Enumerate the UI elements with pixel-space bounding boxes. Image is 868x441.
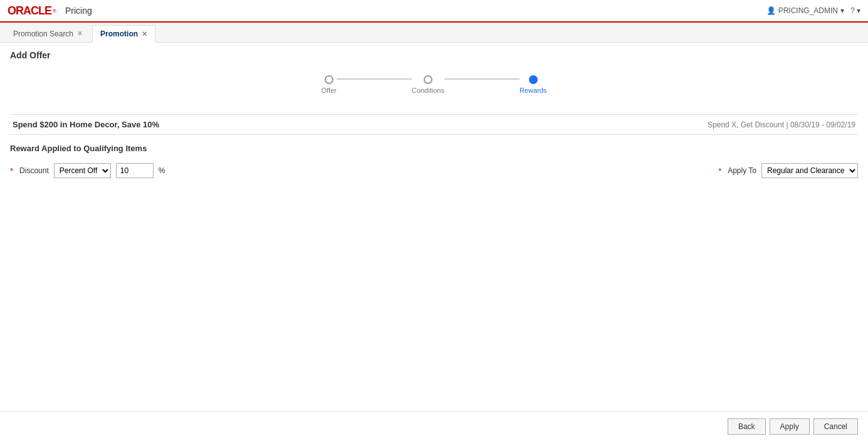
- step-conditions-circle: [424, 75, 432, 84]
- user-icon: 👤: [766, 6, 776, 15]
- step-rewards-wrapper: Rewards: [520, 75, 546, 94]
- oracle-trademark: ®: [53, 8, 56, 14]
- header-right: 👤 PRICING_ADMIN ▾ ? ▾: [766, 6, 860, 15]
- user-dropdown-icon: ▾: [840, 6, 844, 15]
- tab-promotion-close[interactable]: ✕: [142, 31, 147, 38]
- apply-to-required-star: *: [718, 166, 721, 176]
- apply-to-label: Apply To: [728, 166, 756, 175]
- section-title: Reward Applied to Qualifying Items: [10, 141, 858, 156]
- step-conditions-label: Conditions: [412, 87, 444, 94]
- page-content: Add Offer Offer Conditions Rewards Spend…: [0, 43, 868, 193]
- step-line-1: [337, 78, 412, 80]
- discount-form-row: * Discount Percent Off Amount Off Fixed …: [10, 163, 858, 178]
- discount-type-select[interactable]: Percent Off Amount Off Fixed Price: [54, 163, 111, 178]
- discount-amount-input[interactable]: [116, 163, 154, 178]
- offer-name: Spend $200 in Home Decor, Save 10%: [13, 120, 159, 129]
- user-menu[interactable]: 👤 PRICING_ADMIN ▾: [766, 6, 844, 15]
- step-conditions-wrapper: Conditions: [412, 75, 444, 94]
- step-rewards-circle: [529, 75, 538, 84]
- app-header: ORACLE® Pricing 👤 PRICING_ADMIN ▾ ? ▾: [0, 0, 868, 23]
- offer-summary: Spend $200 in Home Decor, Save 10% Spend…: [10, 114, 858, 135]
- page-title: Add Offer: [10, 50, 858, 60]
- apply-to-select[interactable]: Regular and Clearance Regular Only Clear…: [761, 163, 858, 178]
- discount-required-star: *: [10, 166, 13, 176]
- stepper: Offer Conditions Rewards: [10, 70, 858, 99]
- step-offer-label: Offer: [322, 87, 337, 94]
- step-offer-circle: [325, 75, 333, 84]
- tab-promotion[interactable]: Promotion ✕: [92, 25, 155, 43]
- oracle-wordmark: ORACLE: [8, 4, 51, 18]
- header-left: ORACLE® Pricing: [8, 4, 92, 18]
- step-line-2: [444, 78, 520, 80]
- tab-promotion-search[interactable]: Promotion Search ✕: [5, 24, 91, 42]
- tab-promotion-search-label: Promotion Search: [13, 29, 73, 38]
- discount-unit: %: [159, 166, 165, 175]
- tab-promotion-label: Promotion: [100, 29, 138, 38]
- step-offer-wrapper: Offer: [322, 75, 337, 94]
- question-icon: ?: [850, 6, 855, 15]
- help-dropdown-icon: ▾: [857, 6, 860, 15]
- offer-meta: Spend X, Get Discount | 08/30/19 - 09/02…: [708, 120, 855, 129]
- help-button[interactable]: ? ▾: [850, 6, 860, 15]
- step-rewards-label: Rewards: [520, 87, 546, 94]
- discount-label: Discount: [19, 166, 49, 175]
- app-title: Pricing: [65, 6, 92, 16]
- tab-promotion-search-close[interactable]: ✕: [77, 30, 83, 37]
- oracle-logo: ORACLE®: [8, 4, 56, 18]
- tabs-bar: Promotion Search ✕ Promotion ✕: [0, 23, 868, 43]
- user-label: PRICING_ADMIN: [778, 6, 838, 15]
